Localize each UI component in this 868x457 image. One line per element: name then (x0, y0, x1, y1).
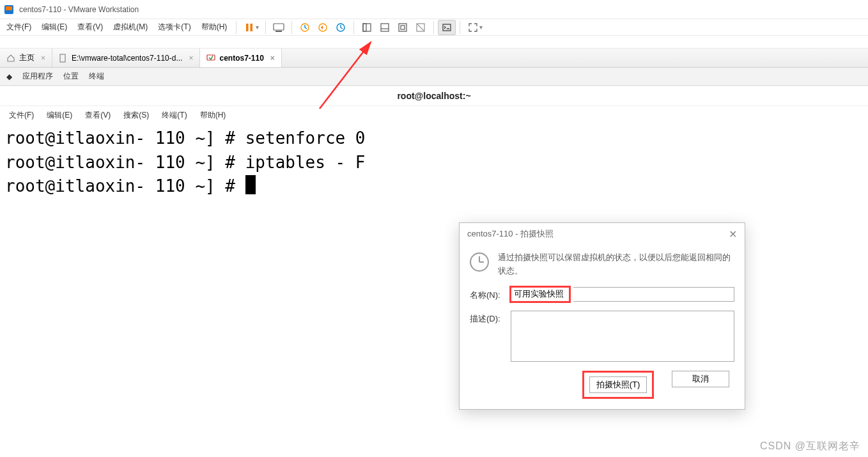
gnome-topbar: ◆ 应用程序 位置 终端 (0, 68, 868, 86)
menu-vm[interactable]: 虚拟机(M) (108, 19, 153, 35)
fullscreen-chevron-icon[interactable]: ▾ (479, 24, 485, 31)
close-icon[interactable]: × (270, 54, 275, 63)
document-tabbar: 主页 × E:\vmware-total\centos7-110-d... × … (0, 49, 868, 68)
tab-path-label: E:\vmware-total\centos7-110-d... (72, 54, 182, 63)
svg-rect-11 (381, 24, 389, 31)
clock-icon (470, 252, 489, 272)
menubar-separator (236, 21, 236, 34)
window-title: centos7-110 - VMware Workstation (19, 5, 139, 14)
terminal-line-3: root@itlaoxin- 110 ~] # (5, 176, 245, 196)
snapshot-name-input-extend[interactable] (573, 287, 734, 302)
svg-rect-2 (246, 24, 249, 31)
terminal-title-text: root@localhost:~ (397, 91, 470, 101)
layout-stack-icon[interactable] (376, 20, 394, 35)
toolbar-separator-1 (265, 21, 266, 34)
term-menu-help[interactable]: 帮助(H) (194, 107, 233, 123)
gnome-activities-icon[interactable]: ◆ (6, 72, 12, 81)
snapshot-name-input[interactable] (511, 287, 570, 302)
close-icon[interactable]: × (189, 54, 193, 63)
snapshot-desc-input[interactable] (511, 311, 734, 362)
svg-rect-4 (274, 24, 284, 30)
toolbar-separator-2 (291, 21, 292, 34)
window-titlebar: centos7-110 - VMware Workstation (0, 0, 868, 19)
svg-rect-3 (251, 24, 253, 31)
menu-edit[interactable]: 编辑(E) (36, 19, 72, 35)
svg-rect-5 (275, 31, 282, 32)
svg-rect-13 (399, 24, 407, 31)
dialog-desc-row: 描述(D): (470, 311, 734, 362)
term-menu-terminal[interactable]: 终端(T) (155, 107, 193, 123)
menu-file[interactable]: 文件(F) (1, 19, 36, 35)
term-menu-search[interactable]: 搜索(S) (117, 107, 155, 123)
menu-help[interactable]: 帮助(H) (196, 19, 233, 35)
tab-vm-active[interactable]: centos7-110 × (200, 49, 281, 67)
term-menu-file[interactable]: 文件(F) (3, 107, 40, 123)
file-icon (59, 54, 68, 63)
console-view-icon[interactable] (438, 20, 456, 35)
svg-rect-18 (60, 54, 65, 62)
dialog-close-icon[interactable]: ✕ (729, 228, 737, 240)
spacer-row (0, 36, 868, 49)
svg-rect-17 (443, 24, 451, 31)
close-icon[interactable]: × (41, 54, 45, 63)
toolbar-separator-4 (433, 21, 434, 34)
dialog-info-text: 通过拍摄快照可以保留虚拟机的状态，以便以后您能返回相同的状态。 (498, 251, 734, 278)
take-snapshot-icon[interactable] (296, 20, 314, 35)
term-menu-view[interactable]: 查看(V) (79, 107, 117, 123)
snapshot-dialog: centos7-110 - 拍摄快照 ✕ 通过拍摄快照可以保留虚拟机的状态，以便… (459, 222, 745, 410)
tab-path[interactable]: E:\vmware-total\centos7-110-d... × (52, 49, 200, 67)
terminal-menubar: 文件(F) 编辑(E) 查看(V) 搜索(S) 终端(T) 帮助(H) (0, 106, 868, 124)
layout-exclusive-icon[interactable] (412, 20, 430, 35)
cancel-button[interactable]: 取消 (672, 371, 729, 387)
toolbar-separator-3 (353, 21, 354, 34)
gnome-terminal-label[interactable]: 终端 (89, 71, 104, 82)
snapshot-manager-icon[interactable] (332, 20, 350, 35)
tab-vm-label: centos7-110 (219, 54, 263, 63)
vm-icon (206, 54, 215, 63)
svg-line-16 (417, 24, 424, 31)
svg-rect-10 (363, 24, 366, 31)
dialog-info-row: 通过拍摄快照可以保留虚拟机的状态，以便以后您能返回相同的状态。 (470, 251, 734, 278)
svg-rect-14 (401, 26, 405, 29)
take-snapshot-highlight: 拍摄快照(T) (582, 371, 654, 399)
revert-snapshot-icon[interactable] (314, 20, 332, 35)
terminal-line-1: root@itlaoxin- 110 ~] # setenforce 0 (5, 128, 366, 148)
desc-label: 描述(D): (470, 311, 507, 325)
home-icon (6, 54, 15, 63)
tab-home[interactable]: 主页 × (0, 49, 52, 67)
gnome-applications[interactable]: 应用程序 (22, 71, 53, 82)
gnome-places[interactable]: 位置 (63, 71, 79, 82)
toolbar-separator-5 (460, 21, 460, 34)
name-label: 名称(N): (470, 287, 507, 301)
svg-rect-9 (363, 24, 371, 31)
watermark-text: CSDN @互联网老辛 (760, 440, 860, 453)
pause-chevron-icon[interactable]: ▾ (256, 24, 261, 31)
layout-single-icon[interactable] (358, 20, 376, 35)
vmware-app-icon (4, 4, 14, 15)
term-menu-edit[interactable]: 编辑(E) (40, 107, 79, 123)
dialog-button-row: 拍摄快照(T) 取消 (470, 371, 734, 399)
terminal-cursor (245, 175, 256, 194)
dialog-titlebar: centos7-110 - 拍摄快照 ✕ (460, 223, 745, 245)
svg-rect-1 (6, 6, 12, 10)
menu-tabs[interactable]: 选项卡(T) (153, 19, 196, 35)
terminal-body[interactable]: root@itlaoxin- 110 ~] # setenforce 0 roo… (0, 124, 868, 201)
terminal-titlebar: root@localhost:~ (0, 86, 868, 106)
dialog-body: 通过拍摄快照可以保留虚拟机的状态，以便以后您能返回相同的状态。 名称(N): 描… (460, 245, 745, 409)
menu-view[interactable]: 查看(V) (72, 19, 108, 35)
send-ctrl-alt-del-icon[interactable] (270, 20, 288, 35)
layout-unity-icon[interactable] (394, 20, 412, 35)
main-menubar: 文件(F) 编辑(E) 查看(V) 虚拟机(M) 选项卡(T) 帮助(H) ▾ … (0, 19, 868, 36)
dialog-name-row: 名称(N): (470, 287, 734, 302)
terminal-line-2: root@itlaoxin- 110 ~] # iptables - F (5, 153, 366, 172)
dialog-title-text: centos7-110 - 拍摄快照 (467, 228, 554, 240)
take-snapshot-button[interactable]: 拍摄快照(T) (589, 376, 647, 393)
tab-home-label: 主页 (19, 52, 35, 63)
